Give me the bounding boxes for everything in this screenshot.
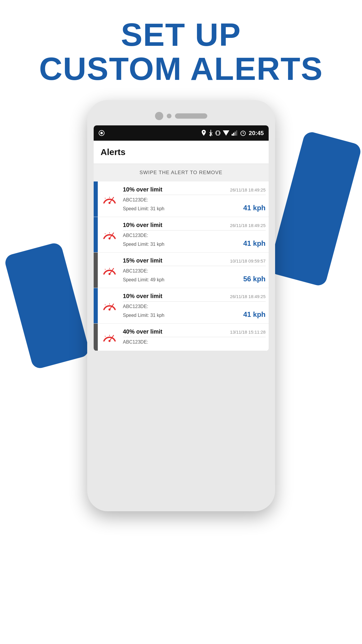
alert-title: 10% over limit	[123, 222, 163, 228]
alert-date: 13/11/18 15:11:28	[230, 329, 266, 334]
svg-line-39	[105, 305, 105, 305]
alert-title: 10% over limit	[123, 186, 163, 193]
alert-item[interactable]: 40% over limit 13/11/18 15:11:28 ABC123D…	[94, 324, 269, 351]
alert-icon-col	[98, 324, 121, 351]
alert-item[interactable]: 10% over limit 26/11/18 18:49:25 ABC123D…	[94, 217, 269, 253]
svg-point-1	[100, 132, 103, 134]
speedometer-icon	[102, 329, 117, 345]
speedometer-icon	[102, 191, 117, 207]
svg-line-27	[105, 233, 105, 234]
app-header-title: Alerts	[101, 147, 126, 157]
svg-rect-10	[232, 134, 233, 136]
phone-top	[94, 109, 269, 125]
svg-marker-9	[223, 130, 229, 136]
svg-rect-13	[236, 130, 237, 136]
alert-title: 40% over limit	[123, 328, 163, 335]
alert-speed-value: 41 kph	[243, 310, 265, 319]
alert-divider	[123, 230, 266, 231]
alert-icon-col	[98, 253, 121, 288]
speedometer-icon	[102, 263, 117, 278]
alert-divider	[123, 337, 266, 337]
alert-vehicle: ABC123DE:	[123, 197, 266, 203]
status-left	[98, 130, 105, 136]
alert-date: 26/11/18 18:49:25	[230, 223, 266, 228]
alert-speed-value: 41 kph	[243, 239, 265, 248]
phone-frame: 20:45 Alerts SWIPE THE ALERT TO REMOVE	[87, 100, 275, 511]
status-right: 20:45	[201, 130, 264, 137]
alert-speed-limit: Speed Limit: 31 kph	[123, 242, 164, 247]
alert-side-bar	[94, 324, 98, 351]
title-line1: SET UP	[121, 16, 241, 53]
alert-content: 15% over limit 10/11/18 09:59:57 ABC123D…	[121, 253, 269, 288]
alert-bottom-row: Speed Limit: 49 kph 56 kph	[123, 275, 266, 283]
location-icon	[201, 130, 206, 136]
phone-dot	[167, 114, 171, 118]
alert-vehicle: ABC123DE:	[123, 268, 266, 274]
status-time: 20:45	[249, 130, 264, 137]
alert-list: 10% over limit 26/11/18 18:49:25 ABC123D…	[94, 181, 269, 351]
alert-speed-limit: Speed Limit: 31 kph	[123, 206, 164, 211]
alert-top-row: 10% over limit 26/11/18 18:49:25	[123, 293, 266, 300]
alert-title: 15% over limit	[123, 257, 163, 264]
alert-top-row: 40% over limit 13/11/18 15:11:28	[123, 328, 266, 335]
alert-content: 10% over limit 26/11/18 18:49:25 ABC123D…	[121, 181, 269, 217]
alert-date: 26/11/18 18:49:25	[230, 187, 266, 192]
phone-camera	[155, 112, 163, 120]
alert-vehicle: ABC123DE:	[123, 304, 266, 309]
alert-divider	[123, 266, 266, 266]
status-bar: 20:45	[94, 125, 269, 141]
alert-item[interactable]: 10% over limit 26/11/18 18:49:25 ABC123D…	[94, 181, 269, 217]
alert-content: 10% over limit 26/11/18 18:49:25 ABC123D…	[121, 217, 269, 252]
blue-shape-left	[4, 241, 91, 370]
alert-title: 10% over limit	[123, 293, 163, 300]
alert-side-bar	[94, 181, 98, 217]
alert-date: 26/11/18 18:49:25	[230, 294, 266, 299]
svg-line-45	[105, 336, 105, 337]
phone-screen: 20:45 Alerts SWIPE THE ALERT TO REMOVE	[94, 125, 269, 351]
svg-rect-12	[235, 132, 236, 136]
alert-side-bar	[94, 217, 98, 252]
alert-icon-col	[98, 217, 121, 252]
alert-vehicle: ABC123DE:	[123, 339, 266, 345]
alert-date: 10/11/18 09:59:57	[230, 258, 266, 263]
speedometer-icon	[102, 227, 117, 242]
alert-speed-value: 41 kph	[243, 204, 265, 212]
alert-icon-col	[98, 288, 121, 323]
alert-top-row: 10% over limit 26/11/18 18:49:25	[123, 186, 266, 193]
alarm-icon	[240, 130, 246, 136]
alert-side-bar	[94, 288, 98, 323]
alert-content: 40% over limit 13/11/18 15:11:28 ABC123D…	[121, 324, 269, 351]
alert-speed-limit: Speed Limit: 31 kph	[123, 313, 164, 318]
title-line2: CUSTOM ALERTS	[39, 51, 323, 87]
alert-top-row: 15% over limit 10/11/18 09:59:57	[123, 257, 266, 264]
page-title-section: SET UP CUSTOM ALERTS	[0, 0, 362, 97]
app-header: Alerts	[94, 141, 269, 164]
alert-bottom-row: Speed Limit: 31 kph 41 kph	[123, 310, 266, 319]
phone-speaker	[175, 113, 207, 119]
alert-item[interactable]: 15% over limit 10/11/18 09:59:57 ABC123D…	[94, 253, 269, 288]
phone-wrapper: 20:45 Alerts SWIPE THE ALERT TO REMOVE	[0, 100, 362, 511]
alert-content: 10% over limit 26/11/18 18:49:25 ABC123D…	[121, 288, 269, 323]
alert-icon-col	[98, 181, 121, 217]
blue-shape-right	[268, 130, 362, 287]
page-title: SET UP CUSTOM ALERTS	[0, 18, 362, 85]
alert-bottom-row: Speed Limit: 31 kph 41 kph	[123, 239, 266, 248]
alert-speed-limit: Speed Limit: 49 kph	[123, 277, 164, 283]
svg-line-21	[105, 198, 105, 199]
svg-rect-11	[233, 133, 234, 136]
speedometer-icon	[102, 298, 117, 313]
signal-icon	[232, 130, 238, 136]
vibrate-icon	[215, 130, 220, 136]
alert-divider	[123, 195, 266, 195]
alert-top-row: 10% over limit 26/11/18 18:49:25	[123, 222, 266, 228]
svg-rect-2	[216, 131, 219, 135]
alert-speed-value: 56 kph	[243, 275, 265, 283]
alert-item[interactable]: 10% over limit 26/11/18 18:49:25 ABC123D…	[94, 288, 269, 324]
bluetooth-icon	[209, 130, 213, 136]
wifi-icon	[223, 130, 229, 136]
alert-divider	[123, 301, 266, 302]
record-icon	[98, 130, 105, 136]
svg-line-33	[105, 269, 105, 270]
alert-bottom-row: Speed Limit: 31 kph 41 kph	[123, 204, 266, 212]
alert-vehicle: ABC123DE:	[123, 233, 266, 238]
